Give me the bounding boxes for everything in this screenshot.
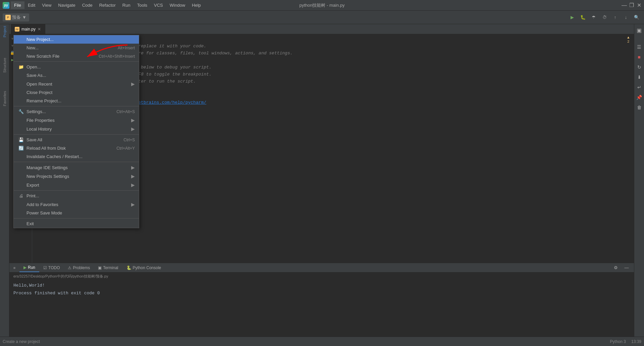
menu-item-add-to-favorites[interactable]: Add to Favorites ▶ xyxy=(14,200,139,209)
menu-tools[interactable]: Tools xyxy=(134,1,151,9)
bottom-tab-terminal-label: Terminal xyxy=(103,265,118,270)
menu-navigate[interactable]: Navigate xyxy=(55,1,78,9)
update-button[interactable]: ↓ xyxy=(621,13,631,22)
reload-all-icon: 🔄 xyxy=(18,146,24,151)
debug-button[interactable]: 🐛 xyxy=(578,13,588,22)
left-sidebar: Project Structure Favorites xyxy=(0,24,9,337)
menu-bar: File Edit View Navigate Code Refactor Ru… xyxy=(11,1,204,9)
right-sidebar-icon-rerun[interactable]: ↻ xyxy=(635,62,644,72)
menu-item-invalidate-caches[interactable]: Invalidate Caches / Restart... xyxy=(14,152,139,161)
menu-item-reload-all[interactable]: 🔄 Reload All from Disk Ctrl+Alt+Y xyxy=(14,144,139,152)
menu-refactor[interactable]: Refactor xyxy=(96,1,119,9)
bottom-tab-python-console-label: Python Console xyxy=(133,265,161,270)
bottom-tab-run-label: Run xyxy=(28,265,35,270)
menu-item-rename-project[interactable]: Rename Project... xyxy=(14,97,139,105)
settings-shortcut: Ctrl+Alt+S xyxy=(116,109,135,114)
power-save-mode-label: Power Save Mode xyxy=(26,210,135,215)
sidebar-item-structure[interactable]: Structure xyxy=(0,60,9,70)
bottom-tab-terminal[interactable]: ▣ Terminal xyxy=(94,263,122,272)
search-everywhere-button[interactable]: 🔍 xyxy=(632,13,641,22)
local-history-arrow: ▶ xyxy=(131,126,135,132)
file-properties-label: File Properties xyxy=(26,118,128,123)
run-config-selector[interactable]: P 预备 ▼ xyxy=(3,13,29,21)
menu-item-new-project[interactable]: New Project... xyxy=(14,35,139,44)
menu-help[interactable]: Help xyxy=(189,1,204,9)
menu-item-power-save-mode[interactable]: Power Save Mode xyxy=(14,209,139,217)
title-bar-controls: — ❐ ✕ xyxy=(622,3,641,8)
menu-item-manage-ide-settings[interactable]: Manage IDE Settings ▶ xyxy=(14,163,139,172)
menu-code[interactable]: Code xyxy=(79,1,96,9)
menu-item-export[interactable]: Export ▶ xyxy=(14,181,139,189)
manage-ide-settings-label: Manage IDE Settings xyxy=(26,165,128,170)
menu-item-close-project[interactable]: Close Project xyxy=(14,88,139,97)
invalidate-caches-label: Invalidate Caches / Restart... xyxy=(26,154,135,159)
bottom-settings-button[interactable]: ⚙ xyxy=(611,263,621,273)
todo-icon: ☑ xyxy=(43,265,47,270)
menu-item-settings[interactable]: 🔧 Settings... Ctrl+Alt+S xyxy=(14,107,139,116)
coverage-button[interactable]: ☂ xyxy=(589,13,598,22)
menu-item-save-all[interactable]: 💾 Save All Ctrl+S xyxy=(14,136,139,144)
export-label: Export xyxy=(26,183,128,188)
maximize-button[interactable]: ❐ xyxy=(629,3,634,8)
bottom-tab-run[interactable]: ▶ Run xyxy=(19,263,39,272)
minimize-button[interactable]: — xyxy=(622,3,627,8)
file-properties-arrow: ▶ xyxy=(131,117,135,123)
menu-item-save-as[interactable]: Save As... xyxy=(14,71,139,80)
print-icon: 🖨 xyxy=(18,193,24,198)
profile-button[interactable]: ⏱ xyxy=(600,13,609,22)
run-config-label: 预备 xyxy=(12,14,21,20)
sidebar-item-favorites[interactable]: Favorites xyxy=(0,94,9,103)
menu-item-open-recent[interactable]: Open Recent ▶ xyxy=(14,80,139,88)
run-button[interactable]: ▶ xyxy=(568,13,577,22)
manage-ide-settings-arrow: ▶ xyxy=(131,165,135,170)
bottom-tab-python-console[interactable]: 🐍 Python Console xyxy=(122,263,165,272)
rename-project-label: Rename Project... xyxy=(26,98,135,103)
python-console-icon: 🐍 xyxy=(126,265,131,270)
output-line-3: Process finished with exit code 0 xyxy=(13,291,630,296)
right-sidebar: ▣ ☰ ■ ↻ ⬇ ↵ 📌 🗑 xyxy=(634,24,644,337)
separator-3 xyxy=(14,134,139,135)
print-label: Print... xyxy=(26,193,135,198)
menu-item-file-properties[interactable]: File Properties ▶ xyxy=(14,116,139,125)
right-sidebar-icon-trash[interactable]: 🗑 xyxy=(635,103,644,112)
commit-button[interactable]: ↑ xyxy=(610,13,620,22)
bottom-close-button[interactable]: — xyxy=(622,263,631,273)
menu-item-new-projects-settings[interactable]: New Projects Settings ▶ xyxy=(14,172,139,181)
right-sidebar-icon-2[interactable]: ☰ xyxy=(635,42,644,52)
close-project-label: Close Project xyxy=(26,90,135,95)
right-sidebar-icon-pin[interactable]: 📌 xyxy=(635,93,644,102)
sidebar-item-project[interactable]: Project xyxy=(0,27,9,36)
toolbar: P 预备 ▼ ▶ 🐛 ☂ ⏱ ↑ ↓ 🔍 xyxy=(0,11,644,24)
right-sidebar-icon-stop[interactable]: ■ xyxy=(635,52,644,62)
menu-item-exit[interactable]: Exit xyxy=(14,219,139,228)
menu-edit[interactable]: Edit xyxy=(24,1,39,9)
menu-item-open[interactable]: 📁 Open... xyxy=(14,63,139,71)
tab-file-icon: py xyxy=(15,27,19,32)
tab-close-button[interactable]: ✕ xyxy=(38,27,41,32)
menu-window[interactable]: Window xyxy=(166,1,189,9)
bottom-tab-problems[interactable]: ⚠ Problems xyxy=(64,263,94,272)
right-sidebar-icon-wrap[interactable]: ↵ xyxy=(635,83,644,92)
status-bar-left-text: Create a new project xyxy=(3,339,40,344)
bottom-tab-todo[interactable]: ☑ TODO xyxy=(39,263,64,272)
close-button[interactable]: ✕ xyxy=(637,3,641,8)
menu-item-new[interactable]: New... Alt+Insert xyxy=(14,44,139,52)
window-title: python技能树 - main.py xyxy=(299,2,344,8)
menu-file[interactable]: File xyxy=(11,1,24,9)
separator-6 xyxy=(14,218,139,218)
right-sidebar-icon-1[interactable]: ▣ xyxy=(635,26,644,35)
menu-item-print[interactable]: 🖨 Print... xyxy=(14,192,139,200)
new-scratch-label: New Scratch File xyxy=(26,54,99,59)
open-folder-icon: 📁 xyxy=(18,64,24,69)
save-all-label: Save All xyxy=(26,137,123,142)
save-all-shortcut: Ctrl+S xyxy=(123,138,135,142)
menu-item-new-scratch[interactable]: New Scratch File Ctrl+Alt+Shift+Insert xyxy=(14,52,139,60)
menu-view[interactable]: View xyxy=(39,1,55,9)
export-arrow: ▶ xyxy=(131,182,135,188)
menu-run[interactable]: Run xyxy=(119,1,134,9)
menu-vcs[interactable]: VCS xyxy=(151,1,166,9)
menu-item-local-history[interactable]: Local History ▶ xyxy=(14,125,139,133)
reload-all-shortcut: Ctrl+Alt+Y xyxy=(116,146,135,151)
tab-main-py[interactable]: py main.py ✕ xyxy=(11,24,45,34)
right-sidebar-icon-scroll[interactable]: ⬇ xyxy=(635,72,644,82)
